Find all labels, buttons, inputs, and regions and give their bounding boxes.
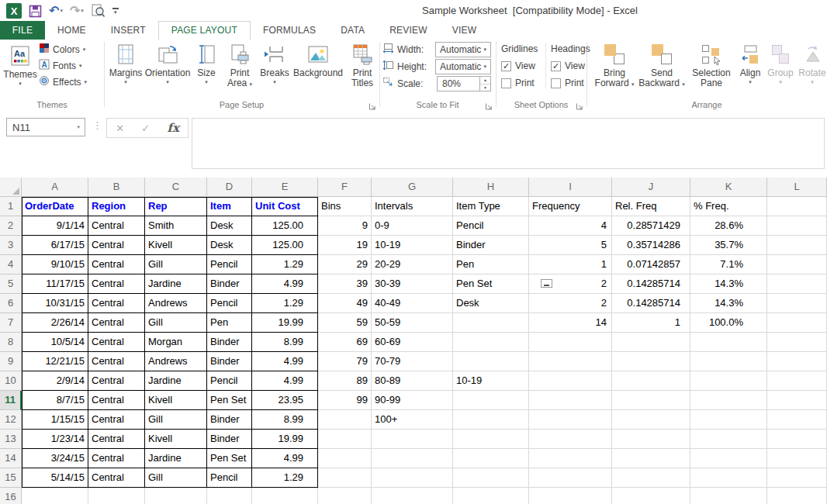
cell-I4[interactable]: 1 <box>529 255 612 274</box>
cell-L2[interactable] <box>767 216 827 236</box>
name-box[interactable]: N11 ▾ <box>6 118 85 136</box>
cell-E6[interactable]: 1.29 <box>252 294 318 313</box>
cell-I9[interactable] <box>529 352 612 371</box>
align-button[interactable]: Align ▾ <box>735 40 765 89</box>
cell-I13[interactable] <box>529 430 612 449</box>
bring-forward-button[interactable]: Bring Forward ▾ <box>593 40 636 89</box>
row-header-3[interactable]: 3 <box>0 236 22 255</box>
cell-B12[interactable]: Central <box>88 410 145 430</box>
cell-K12[interactable] <box>690 410 767 430</box>
cell-J15[interactable] <box>612 468 690 488</box>
row-header-5[interactable]: 5 <box>0 274 22 294</box>
cell-K4[interactable]: 7.1% <box>690 255 767 274</box>
cell-H13[interactable] <box>453 430 529 449</box>
column-header-I[interactable]: I <box>529 178 612 197</box>
cell-E7[interactable]: 19.99 <box>252 313 318 333</box>
send-backward-button[interactable]: Send Backward ▾ <box>636 40 687 89</box>
cell-F11[interactable]: 99 <box>318 391 372 410</box>
column-header-L[interactable]: L <box>767 178 827 197</box>
cell-H10[interactable]: 10-19 <box>453 371 529 391</box>
cell-B7[interactable]: Central <box>88 313 145 333</box>
cell-G1[interactable]: Intervals <box>372 197 453 216</box>
cell-B2[interactable]: Central <box>88 216 145 236</box>
cell-E4[interactable]: 1.29 <box>252 255 318 274</box>
cell-D14[interactable]: Pen Set <box>207 449 252 468</box>
dialog-launcher-icon[interactable] <box>485 100 493 109</box>
width-select[interactable]: Automatic ▾ <box>435 42 491 57</box>
cell-A3[interactable]: 6/17/15 <box>22 236 88 255</box>
cell-E9[interactable]: 4.99 <box>252 352 318 371</box>
cell-B10[interactable]: Central <box>88 371 145 391</box>
cell-C10[interactable]: Jardine <box>145 371 207 391</box>
cell-G8[interactable]: 60-69 <box>372 333 453 352</box>
cell-E15[interactable]: 1.29 <box>252 468 318 488</box>
cell-I1[interactable]: Frequency <box>529 197 612 216</box>
embedded-object[interactable] <box>541 279 552 288</box>
cell-E3[interactable]: 125.00 <box>252 236 318 255</box>
cell-J5[interactable]: 0.14285714 <box>612 274 690 294</box>
row-header-12[interactable]: 12 <box>0 410 22 430</box>
cell-A9[interactable]: 12/21/15 <box>22 352 88 371</box>
row-header-6[interactable]: 6 <box>0 294 22 313</box>
breaks-button[interactable]: Breaks ▾ <box>258 40 292 89</box>
cell-G6[interactable]: 40-49 <box>372 294 453 313</box>
cell-J14[interactable] <box>612 449 690 468</box>
cell-D3[interactable]: Desk <box>207 236 252 255</box>
tab-data[interactable]: DATA <box>328 22 377 40</box>
column-header-F[interactable]: F <box>318 178 372 197</box>
cell-D16[interactable] <box>207 488 252 504</box>
cell-A2[interactable]: 9/1/14 <box>22 216 88 236</box>
print-titles-button[interactable]: Print Titles <box>344 40 380 89</box>
cell-G14[interactable] <box>372 449 453 468</box>
row-header-7[interactable]: 7 <box>0 313 22 333</box>
cell-F3[interactable]: 19 <box>318 236 372 255</box>
spinner-up-icon[interactable]: ▲ <box>480 77 490 85</box>
cell-G5[interactable]: 30-39 <box>372 274 453 294</box>
cell-F15[interactable] <box>318 468 372 488</box>
size-button[interactable]: Size ▾ <box>191 40 222 89</box>
cell-D4[interactable]: Pencil <box>207 255 252 274</box>
cell-B13[interactable]: Central <box>88 430 145 449</box>
cell-G16[interactable] <box>372 488 453 504</box>
cell-I3[interactable]: 5 <box>529 236 612 255</box>
cell-E5[interactable]: 4.99 <box>252 274 318 294</box>
themes-button[interactable]: Aa Themes ▾ <box>3 41 37 87</box>
cell-C14[interactable]: Jardine <box>145 449 207 468</box>
cell-F7[interactable]: 59 <box>318 313 372 333</box>
cell-I2[interactable]: 4 <box>529 216 612 236</box>
cell-F9[interactable]: 79 <box>318 352 372 371</box>
effects-button[interactable]: Effects ▾ <box>39 74 87 90</box>
cell-F2[interactable]: 9 <box>318 216 372 236</box>
cell-K16[interactable] <box>690 488 767 504</box>
cell-E16[interactable] <box>252 488 318 504</box>
selection-pane-button[interactable]: Selection Pane <box>687 40 735 89</box>
customize-qat-icon[interactable]: ▾ <box>112 8 119 14</box>
cell-D11[interactable]: Pen Set <box>207 391 252 410</box>
cell-A5[interactable]: 11/17/15 <box>22 274 88 294</box>
cell-A4[interactable]: 9/10/15 <box>22 255 88 274</box>
cell-G7[interactable]: 50-59 <box>372 313 453 333</box>
cell-H4[interactable]: Pen <box>453 255 529 274</box>
cell-B1[interactable]: Region <box>88 197 145 216</box>
excel-logo-icon[interactable]: X <box>6 3 22 19</box>
column-header-J[interactable]: J <box>612 178 690 197</box>
cell-J4[interactable]: 0.07142857 <box>612 255 690 274</box>
cell-J11[interactable] <box>612 391 690 410</box>
cell-A15[interactable]: 5/14/15 <box>22 468 88 488</box>
cell-C7[interactable]: Gill <box>145 313 207 333</box>
background-button[interactable]: Background <box>292 40 344 89</box>
cell-B15[interactable]: Central <box>88 468 145 488</box>
cell-E13[interactable]: 19.99 <box>252 430 318 449</box>
cell-J6[interactable]: 0.14285714 <box>612 294 690 313</box>
cell-D2[interactable]: Desk <box>207 216 252 236</box>
cell-D8[interactable]: Binder <box>207 333 252 352</box>
cell-H12[interactable] <box>453 410 529 430</box>
gridlines-print-checkbox[interactable]: ✓ Print <box>501 78 538 88</box>
cell-B3[interactable]: Central <box>88 236 145 255</box>
cell-F13[interactable] <box>318 430 372 449</box>
cell-E14[interactable]: 4.99 <box>252 449 318 468</box>
cell-K2[interactable]: 28.6% <box>690 216 767 236</box>
cell-J7[interactable]: 1 <box>612 313 690 333</box>
cell-E1[interactable]: Unit Cost <box>252 197 318 216</box>
cell-J3[interactable]: 0.35714286 <box>612 236 690 255</box>
